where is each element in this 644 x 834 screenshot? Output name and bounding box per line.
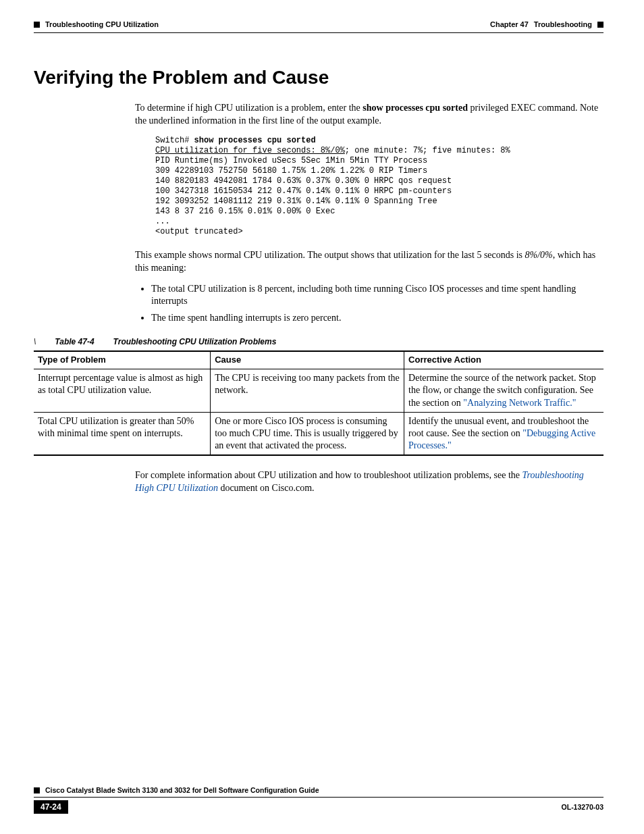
footer-marker-icon [34,787,40,793]
cell-cause: The CPU is receiving too many packets fr… [211,369,404,413]
cell-problem: Interrupt percentage value is almost as … [34,369,211,413]
table-title: Troubleshooting CPU Utilization Problems [113,337,277,346]
explanation-bullets: The total CPU utilization is 8 percent, … [135,283,603,325]
explanation-em: 8%/0% [525,250,553,260]
header-marker-icon [597,22,603,28]
intro-command: show processes cpu sorted [363,103,468,113]
footer-book-title: Cisco Catalyst Blade Switch 3130 and 303… [45,786,319,794]
page-number: 47-24 [34,800,68,814]
header-marker-icon [34,22,40,28]
header-rule [34,32,603,33]
doc-id: OL-13270-03 [562,803,603,811]
chapter-label: Chapter 47 [490,20,529,28]
code-rest: PID Runtime(ms) Invoked uSecs 5Sec 1Min … [155,156,452,236]
closing-text-1: For complete information about CPU utili… [135,470,522,480]
cell-cause: One or more Cisco IOS process is consumi… [211,412,404,455]
explanation-text-1: This example shows normal CPU utilizatio… [135,250,525,260]
code-command: show processes cpu sorted [194,136,316,145]
section-title: Verifying the Problem and Cause [34,67,603,88]
action-link[interactable]: "Analyzing Network Traffic." [463,398,576,408]
code-underlined: CPU utilization for five seconds: 8%/0% [155,146,345,155]
explanation-paragraph: This example shows normal CPU utilizatio… [135,249,603,275]
code-output: Switch# show processes cpu sorted CPU ut… [155,136,603,237]
table-caption: \ Table 47-4 Troubleshooting CPU Utiliza… [34,337,603,346]
troubleshooting-table: Type of Problem Cause Corrective Action … [34,350,603,456]
page-header: Troubleshooting CPU Utilization Chapter … [34,20,603,28]
intro-paragraph: To determine if high CPU utilization is … [135,102,603,128]
bullet-item: The time spent handling interrupts is ze… [151,312,603,325]
table-row: Interrupt percentage value is almost as … [34,369,603,413]
table-number: Table 47-4 [55,337,94,346]
cell-problem: Total CPU utilization is greater than 50… [34,412,211,455]
bullet-item: The total CPU utilization is 8 percent, … [151,283,603,309]
footer-rule [34,797,603,798]
intro-text-1: To determine if high CPU utilization is … [135,103,363,113]
table-row: Total CPU utilization is greater than 50… [34,412,603,455]
closing-paragraph: For complete information about CPU utili… [135,469,603,495]
breadcrumb: Troubleshooting CPU Utilization [45,20,159,28]
table-backslash: \ [34,337,36,346]
code-prompt: Switch# [155,136,194,145]
chapter-title: Troubleshooting [534,20,592,28]
cell-action: Identify the unusual event, and troubles… [404,412,603,455]
table-header: Corrective Action [404,351,603,369]
table-header-row: Type of Problem Cause Corrective Action [34,351,603,369]
table-header: Cause [211,351,404,369]
page-footer: Cisco Catalyst Blade Switch 3130 and 303… [34,786,603,814]
code-after-underlined: ; one minute: 7%; five minutes: 8% [345,146,510,155]
cell-action: Determine the source of the network pack… [404,369,603,413]
closing-text-2: document on Cisco.com. [218,483,315,493]
table-header: Type of Problem [34,351,211,369]
